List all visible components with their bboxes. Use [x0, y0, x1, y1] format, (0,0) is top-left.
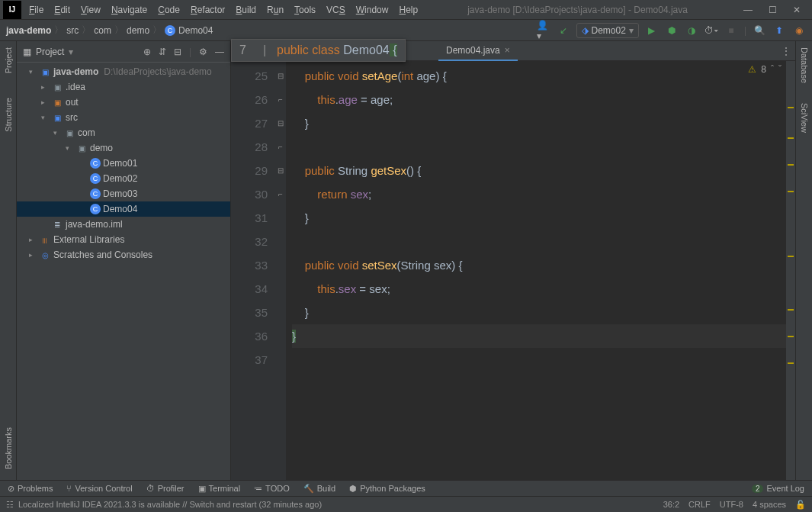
tree-idea[interactable]: ▸▣.idea: [17, 79, 230, 95]
menu-code[interactable]: Code: [153, 2, 185, 18]
close-tab-icon[interactable]: ×: [505, 45, 510, 56]
tree-root-label: java-demo: [53, 66, 98, 77]
code-content[interactable]: public void setAge(int age) { this.age =…: [286, 61, 795, 480]
problems-icon: ⊘: [8, 484, 14, 494]
menu-help[interactable]: Help: [394, 2, 422, 18]
tab-structure[interactable]: Structure: [4, 95, 13, 135]
menu-build[interactable]: Build: [231, 2, 261, 18]
tab-todo[interactable]: ≔TODO: [254, 484, 290, 494]
menu-navigate[interactable]: Navigate: [107, 2, 152, 18]
todo-icon: ≔: [254, 484, 262, 494]
tree-iml[interactable]: ≣java-demo.iml: [17, 217, 230, 232]
menu-edit[interactable]: Edit: [50, 2, 75, 18]
debug-button[interactable]: ⬢: [665, 24, 679, 37]
expand-all-icon[interactable]: ⇵: [159, 47, 166, 57]
menu-tools[interactable]: Tools: [290, 2, 320, 18]
menu-file[interactable]: File: [24, 2, 48, 18]
sync-icon[interactable]: ⬆: [772, 24, 786, 37]
tab-event-log[interactable]: 2Event Log: [752, 484, 804, 493]
readonly-icon[interactable]: 🔓: [795, 500, 806, 510]
run-config-name: Demo02: [592, 25, 626, 36]
breadcrumb: java-demo 〉 src 〉 com 〉 demo 〉 C Demo04: [6, 24, 213, 37]
file-tab[interactable]: Demo04.java ×: [438, 41, 518, 61]
ide-settings-icon[interactable]: ◉: [792, 24, 806, 37]
tab-menu-icon[interactable]: ⋮: [782, 46, 791, 56]
tree-extlib[interactable]: ▸⫼External Libraries: [17, 232, 230, 247]
tree-class-demo01[interactable]: CDemo01: [17, 156, 230, 171]
tab-profiler[interactable]: ⏱Profiler: [146, 484, 185, 493]
tab-project[interactable]: Project: [4, 44, 13, 76]
user-icon[interactable]: 👤▾: [537, 24, 550, 37]
run-config-selector[interactable]: ⬗ Demo02 ▾: [576, 23, 639, 38]
caret-position[interactable]: 36:2: [663, 500, 679, 510]
notification-icon[interactable]: ☷: [6, 500, 14, 510]
title-bar: IJ File Edit View Navigate Code Refactor…: [0, 0, 812, 20]
line-separator[interactable]: CRLF: [688, 500, 711, 510]
profile-button[interactable]: ⏱▾: [704, 24, 718, 37]
terminal-icon: ▣: [198, 484, 206, 494]
tree-class-demo03[interactable]: CDemo03: [17, 186, 230, 201]
project-tool-window: ▦ Project ▾ ⊕ ⇵ ⊟ | ⚙ ― ▾▣java-demoD:\Id…: [17, 41, 231, 480]
minimize-button[interactable]: ―: [740, 5, 756, 15]
tab-sciview[interactable]: SciView: [800, 100, 809, 136]
main-menu: File Edit View Navigate Code Refactor Bu…: [24, 2, 422, 18]
tab-terminal[interactable]: ▣Terminal: [198, 484, 241, 494]
code-editor[interactable]: 25262728293031323334353637 ⊟⌐⊟⌐⊟⌐ public…: [231, 61, 795, 480]
stop-button[interactable]: ■: [724, 24, 738, 37]
breadcrumb-src[interactable]: src: [66, 25, 79, 36]
breadcrumb-class[interactable]: Demo04: [178, 25, 213, 36]
app-logo: IJ: [3, 1, 21, 19]
left-tool-strip: Project Structure Bookmarks: [0, 41, 17, 480]
line-gutter: 25262728293031323334353637: [231, 61, 275, 480]
menu-run[interactable]: Run: [262, 2, 288, 18]
hide-icon[interactable]: ―: [215, 47, 224, 57]
tab-build[interactable]: 🔨Build: [303, 484, 335, 494]
tree-demo[interactable]: ▾▣demo: [17, 140, 230, 156]
indent-setting[interactable]: 4 spaces: [753, 500, 786, 510]
tab-vcs[interactable]: ⑂Version Control: [66, 484, 132, 493]
project-panel-title[interactable]: Project: [36, 47, 64, 57]
tree-out[interactable]: ▸▣out: [17, 95, 230, 110]
class-icon: C: [165, 25, 175, 36]
tree-class-demo02[interactable]: CDemo02: [17, 171, 230, 186]
project-tree: ▾▣java-demoD:\IdeaProjects\java-demo ▸▣.…: [17, 63, 230, 480]
tree-src[interactable]: ▾▣src: [17, 110, 230, 125]
build-icon: 🔨: [303, 484, 314, 494]
maximize-button[interactable]: ☐: [765, 5, 780, 15]
tree-scratches[interactable]: ▸◎Scratches and Consoles: [17, 247, 230, 262]
run-button[interactable]: ▶: [645, 24, 659, 37]
editor-tabs: 7 | public class Demo04 { Demo04.java × …: [231, 41, 795, 61]
breadcrumb-com[interactable]: com: [94, 25, 111, 36]
search-everywhere-icon[interactable]: 🔍: [753, 24, 766, 37]
menu-view[interactable]: View: [76, 2, 105, 18]
overlay-line-num: 7: [239, 43, 246, 57]
tree-root[interactable]: ▾▣java-demoD:\IdeaProjects\java-demo: [17, 64, 230, 79]
tab-database[interactable]: Database: [800, 44, 809, 86]
breadcrumb-demo[interactable]: demo: [127, 25, 149, 36]
status-bar: ☷ Localized IntelliJ IDEA 2021.3.3 is av…: [0, 496, 812, 512]
menu-vcs[interactable]: VCS: [322, 2, 350, 18]
file-encoding[interactable]: UTF-8: [720, 500, 743, 510]
breadcrumb-project[interactable]: java-demo: [6, 25, 51, 36]
tree-class-demo04[interactable]: CDemo04: [17, 201, 230, 217]
vcs-update-icon[interactable]: ↙: [557, 24, 570, 37]
error-stripe[interactable]: [786, 61, 795, 480]
project-panel-header: ▦ Project ▾ ⊕ ⇵ ⊟ | ⚙ ―: [17, 41, 230, 63]
close-button[interactable]: ✕: [789, 5, 804, 15]
tab-bookmarks[interactable]: Bookmarks: [4, 424, 13, 472]
tab-python-packages[interactable]: ⬢Python Packages: [349, 484, 425, 494]
tab-problems[interactable]: ⊘Problems: [8, 484, 53, 494]
menu-refactor[interactable]: Refactor: [186, 2, 229, 18]
collapse-all-icon[interactable]: ⊟: [174, 47, 181, 57]
status-message[interactable]: Localized IntelliJ IDEA 2021.3.3 is avai…: [18, 500, 322, 509]
tree-com[interactable]: ▾▣com: [17, 125, 230, 140]
profiler-icon: ⏱: [146, 484, 155, 493]
editor-area: 7 | public class Demo04 { Demo04.java × …: [231, 41, 795, 480]
fold-gutter: ⊟⌐⊟⌐⊟⌐: [275, 61, 286, 480]
menu-window[interactable]: Window: [351, 2, 393, 18]
vcs-icon: ⑂: [66, 484, 72, 493]
coverage-button[interactable]: ◑: [685, 24, 698, 37]
file-tab-label: Demo04.java: [446, 45, 500, 56]
settings-icon[interactable]: ⚙: [199, 47, 207, 57]
select-opened-file-icon[interactable]: ⊕: [143, 47, 151, 57]
